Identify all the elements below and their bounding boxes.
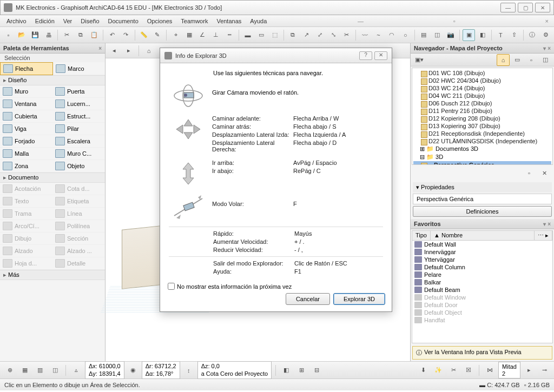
dropdown-icon[interactable]: ▸ [523, 364, 536, 376]
tool-cubierta[interactable]: Cubierta [0, 110, 52, 123]
nav-dropdown-icon[interactable]: ▣▾ [413, 54, 426, 66]
favorite-item[interactable]: Default Door [412, 301, 552, 309]
grid-icon[interactable]: ▦ [183, 29, 195, 41]
favorite-item[interactable]: Default Object [412, 309, 552, 316]
print-icon[interactable]: 🖶 [43, 29, 55, 41]
measure-icon[interactable]: 📏 [138, 29, 150, 41]
spline-icon[interactable]: ~ [372, 29, 385, 41]
nav-map-icon[interactable]: ⌂ [497, 54, 510, 66]
tool-pilar[interactable]: Pilar [52, 123, 105, 135]
tool-acotación[interactable]: Acotación [0, 183, 52, 195]
wall-tool-icon[interactable]: ▬ [242, 29, 254, 41]
favorite-item[interactable]: Default Window [412, 294, 552, 301]
menu-archivo[interactable]: Archivo [2, 17, 31, 25]
tree-item[interactable]: D06 Dusch 212 (Dibujo) [413, 99, 551, 107]
tool-dibujo[interactable]: Dibujo [0, 232, 52, 245]
tool-ventana[interactable]: Ventana [0, 98, 52, 110]
nav-pub-icon[interactable]: ◫ [539, 54, 552, 66]
menu-ayuda[interactable]: Ayuda [246, 17, 271, 25]
tree-item[interactable]: D02 HWC 204/304 (Dibujo) [413, 77, 551, 84]
3d-icon[interactable]: ▣ [463, 29, 475, 41]
save-icon[interactable]: 💾 [29, 29, 42, 41]
ruler-icon[interactable]: ▥ [34, 364, 47, 376]
join-icon[interactable]: ⤡ [327, 29, 340, 41]
perp-icon[interactable]: ⊥ [210, 29, 222, 41]
tree-group-docs3d[interactable]: ⊞ 📁 Documentos 3D [413, 145, 551, 153]
tree-item[interactable]: D22 UTLÄMNINGSDISK (Independiente) [413, 137, 551, 145]
dialog-titlebar[interactable]: Info de Explorar 3D ? ✕ [160, 48, 392, 63]
tree-item[interactable]: D12 Kopiering 208 (Dibujo) [413, 115, 551, 122]
coord-icon[interactable]: ▵ [70, 364, 83, 376]
redo-icon[interactable]: ↷ [120, 29, 132, 41]
menu-opciones[interactable]: Opciones [143, 17, 176, 25]
tree-item[interactable]: D03 WC 214 (Dibujo) [413, 84, 551, 92]
wall2-icon[interactable]: ▭ [255, 29, 267, 41]
pencil-icon[interactable]: ✎ [151, 29, 163, 41]
link-icon[interactable]: ⧉ [287, 29, 299, 41]
favorite-item[interactable]: Ytterväggar [412, 256, 552, 263]
end-icon[interactable]: ⊸ [538, 364, 551, 376]
navigator-tree[interactable]: D01 WC 108 (Dibujo)D02 HWC 204/304 (Dibu… [412, 68, 553, 165]
section-doc[interactable]: Documento [0, 172, 105, 183]
tool-trama[interactable]: Trama [0, 208, 52, 220]
tool-puerta[interactable]: Puerta [52, 85, 105, 98]
menu-diseno[interactable]: Diseño [76, 17, 103, 25]
tool-etiqueta[interactable]: Etiqueta [52, 195, 105, 208]
doc-minimize-icon[interactable]: — [354, 18, 367, 24]
favorite-item[interactable]: Balkar [412, 278, 552, 286]
coord-opt2-icon[interactable]: ⊞ [295, 364, 308, 376]
props-header[interactable]: Propiedades [413, 182, 552, 192]
favorite-item[interactable]: Handfat [412, 316, 552, 324]
nav-views-icon[interactable]: ▭ [511, 54, 524, 66]
tool-lucern...[interactable]: Lucern... [52, 98, 105, 110]
snap2-icon[interactable]: ◫ [49, 364, 62, 376]
favorite-item[interactable]: Default Wall [412, 241, 552, 248]
polar-icon[interactable]: ◉ [127, 364, 140, 376]
navigator-pin-icon[interactable]: ▾ × [543, 45, 551, 51]
tool-muro c...[interactable]: Muro C... [52, 148, 105, 160]
tool-alzado ...[interactable]: Alzado ... [52, 245, 105, 257]
favorites-list[interactable]: Tipo ▲ Nombre ⋯ ▸ Default WallInnervägga… [412, 230, 553, 343]
tool-estruct...[interactable]: Estruct... [52, 110, 105, 123]
explore-3d-button[interactable]: Explorar 3D [333, 293, 385, 305]
tool-objeto[interactable]: Objeto [52, 160, 105, 172]
toolbox-close-icon[interactable]: × [98, 45, 102, 51]
col-nombre[interactable]: ▲ Nombre [431, 231, 535, 240]
camera-icon[interactable]: 📷 [444, 29, 457, 41]
tree-item[interactable]: D01 WC 108 (Dibujo) [413, 69, 551, 77]
open-icon[interactable]: 📂 [16, 29, 28, 41]
tree-group-3d[interactable]: ⊟ 📁 3D [413, 153, 551, 161]
col-more[interactable]: ⋯ ▸ [535, 231, 552, 240]
split-icon[interactable]: ⤢ [314, 29, 326, 41]
nav-layouts-icon[interactable]: ▫ [525, 54, 538, 66]
tool-malla[interactable]: Malla [0, 148, 52, 160]
definitions-button[interactable]: Definiciones [413, 206, 552, 217]
grid-toggle-icon[interactable]: ▦ [18, 364, 31, 376]
tool-viga[interactable]: Viga [0, 123, 52, 135]
favorite-item[interactable]: Innerväggar [412, 248, 552, 256]
doc-restore-icon[interactable]: ▫ [450, 18, 459, 24]
text-icon[interactable]: T [494, 29, 507, 41]
favorite-item[interactable]: Pelare [412, 271, 552, 278]
maximize-button[interactable]: ▢ [518, 3, 533, 12]
curve-icon[interactable]: 〰 [359, 29, 371, 41]
nav-fwd-icon[interactable]: ▸ [122, 45, 135, 57]
tool-arco/cí...[interactable]: Arco/Cí... [0, 220, 52, 232]
dialog-close-button[interactable]: ✕ [374, 51, 387, 60]
tool-muro[interactable]: Muro [0, 85, 52, 98]
dont-show-checkbox[interactable]: No mostrar esta información la próxima v… [168, 283, 384, 290]
up-icon[interactable]: ⇧ [508, 29, 520, 41]
tree-item[interactable]: D13 Kopiering 307 (Dibujo) [413, 122, 551, 130]
snap-mode[interactable]: Mitad2 [498, 362, 520, 378]
settings-icon[interactable]: ⚙ [539, 29, 552, 41]
nav-delete-icon[interactable]: ✕ [538, 167, 551, 179]
tool-sección[interactable]: Sección [52, 232, 105, 245]
wand-icon[interactable]: ✨ [432, 364, 445, 376]
tool-alzado[interactable]: Alzado [0, 245, 52, 257]
tool-polilínea[interactable]: Polilínea [52, 220, 105, 232]
clip-icon[interactable]: ✂ [447, 364, 460, 376]
menu-ver[interactable]: Ver [59, 17, 77, 25]
info-icon[interactable]: ⓘ [526, 29, 539, 41]
arrow-icon[interactable]: ↗ [300, 29, 313, 41]
favorite-item[interactable]: Default Column [412, 263, 552, 271]
